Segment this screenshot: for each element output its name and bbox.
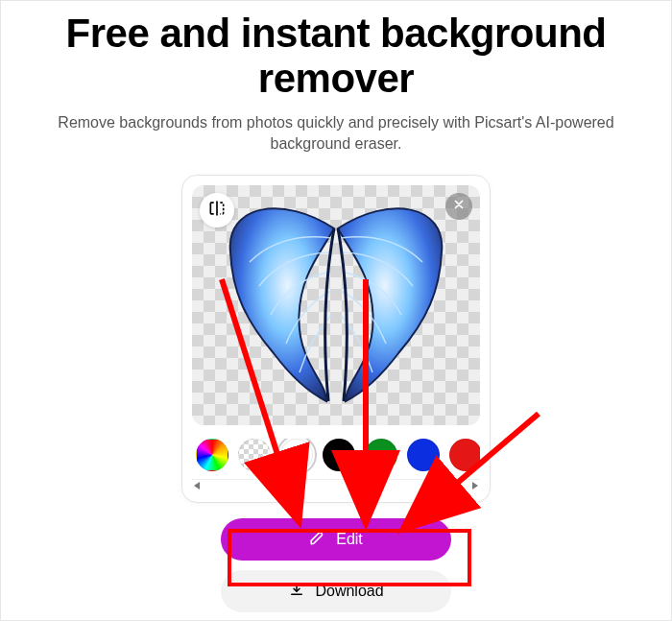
close-icon (452, 198, 466, 215)
compare-split-button[interactable] (200, 193, 234, 227)
page-title: Free and instant background remover (20, 11, 652, 101)
compare-split-icon (207, 199, 227, 222)
download-icon (288, 581, 305, 602)
swatch-white[interactable] (280, 439, 313, 471)
page-subtitle: Remove backgrounds from photos quickly a… (20, 112, 652, 155)
swatch-black[interactable] (323, 439, 355, 471)
swatch-rainbow[interactable] (196, 439, 228, 471)
edit-button[interactable]: Edit (221, 518, 451, 561)
swatch-blue[interactable] (407, 439, 440, 471)
editor-card (181, 175, 491, 503)
download-button-label: Download (315, 583, 383, 600)
swatch-red[interactable] (449, 439, 480, 471)
swatch-scrollbar[interactable] (192, 479, 480, 492)
preview-container (192, 185, 480, 425)
swatch-green[interactable] (365, 439, 397, 471)
background-swatch-row (192, 439, 480, 475)
close-button[interactable] (445, 193, 472, 220)
pencil-icon (309, 529, 326, 550)
edit-button-label: Edit (336, 531, 363, 548)
download-button[interactable]: Download (221, 570, 451, 612)
preview-image (192, 185, 480, 425)
swatch-transparent[interactable] (238, 439, 271, 471)
wings-illustration (192, 185, 480, 425)
action-buttons: Edit Download (221, 518, 451, 612)
